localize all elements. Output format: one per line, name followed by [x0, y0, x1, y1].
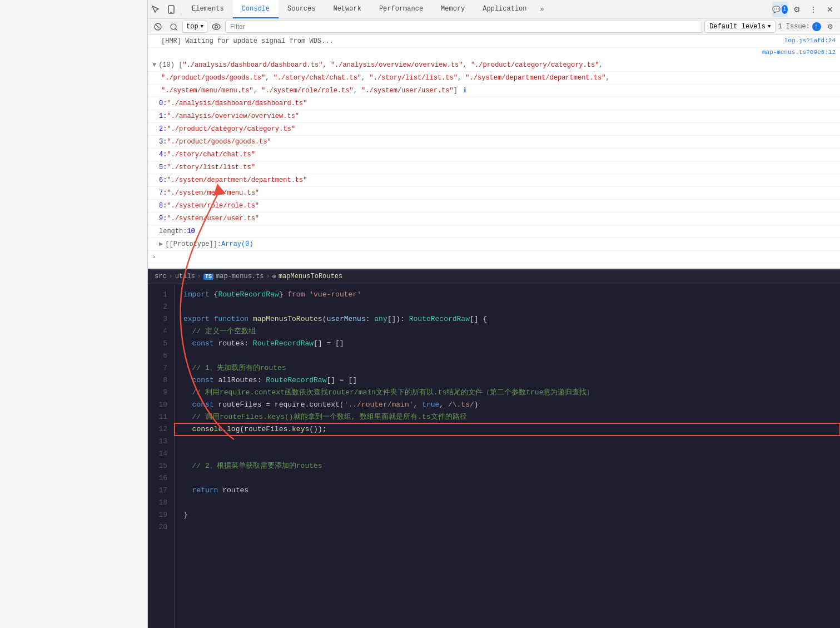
console-prompt[interactable]: › [148, 251, 840, 263]
breadcrumb-utils[interactable]: utils [175, 273, 195, 280]
console-settings-btn[interactable]: ⚙ [823, 20, 837, 33]
code-line-8: const allRoutes: RouteRecordRaw[] = [] [175, 374, 840, 387]
line-num-20: 20 [148, 521, 174, 533]
breadcrumb-filename[interactable]: map-menus.ts [216, 273, 264, 280]
map-source-link[interactable]: map-menus.ts?09e6:12 [758, 48, 836, 57]
code-line-4: // 定义一个空数组 [175, 325, 840, 338]
line-num-15: 15 [148, 460, 174, 472]
tab-elements[interactable]: Elements [183, 0, 233, 18]
array-header-line3: "./system/menu/menu.ts", "./system/role/… [148, 85, 840, 97]
line-num-6: 6 [148, 350, 174, 362]
array-item-0: 0: "./analysis/dashboard/dashboard.ts" [148, 97, 840, 110]
close-btn[interactable]: ✕ [822, 2, 838, 17]
line-num-16: 16 [148, 472, 174, 484]
code-line-12: console.log(routeFiles.keys()); [175, 423, 840, 436]
clear-console-btn[interactable] [151, 20, 165, 33]
line-num-1: 1 [148, 289, 174, 301]
svg-point-6 [212, 24, 220, 29]
line-num-5: 5 [148, 338, 174, 350]
settings-icon-btn[interactable]: ⚙ [789, 2, 804, 17]
code-line-1: import {RouteRecordRaw} from 'vue-router… [175, 289, 840, 301]
code-line-16 [175, 472, 840, 484]
array-header: (10) ["./analysis/dashboard/dashboard.ts… [158, 60, 836, 70]
svg-line-3 [156, 25, 160, 28]
code-breadcrumb: src › utils › TS map-menus.ts › ⊕ mapMen… [148, 270, 840, 284]
array-item-6: 6: "./system/department/department.ts" [148, 174, 840, 187]
array-item-4: 4: "./story/chat/chat.ts" [148, 149, 840, 161]
array-prototype[interactable]: ▶ [[Prototype]]: Array(0) [148, 238, 840, 251]
line-num-9: 9 [148, 387, 174, 399]
line-num-19: 19 [148, 509, 174, 521]
line-num-2: 2 [148, 301, 174, 313]
issue-count-badge: 1 [812, 22, 821, 31]
line-num-13: 13 [148, 436, 174, 448]
tab-bar: Elements Console Sources Network Perform… [148, 0, 840, 19]
console-output[interactable]: [HMR] Waiting for update signal from WDS… [148, 35, 840, 269]
code-line-19: } [175, 509, 840, 521]
map-source-line: map-menus.ts?09e6:12 [148, 48, 840, 59]
console-toolbar: top ▼ Default levels ▼ 1 Issue: 1 ⚙ [148, 19, 840, 35]
more-options-btn[interactable]: ⋮ [806, 2, 821, 17]
code-line-10: const routeFiles = require.context('../r… [175, 399, 840, 411]
eye-icon[interactable] [210, 20, 223, 33]
hmr-log-line: [HMR] Waiting for update signal from WDS… [148, 35, 840, 48]
tab-memory[interactable]: Memory [432, 0, 474, 18]
filter-btn[interactable] [167, 20, 180, 33]
message-icon-btn[interactable]: 💬 1 [772, 2, 788, 17]
tab-performance[interactable]: Performance [370, 0, 432, 18]
line-num-3: 3 [148, 313, 174, 325]
tab-network[interactable]: Network [324, 0, 370, 18]
line-num-8: 8 [148, 374, 174, 387]
code-line-2 [175, 301, 840, 313]
hmr-source-link[interactable]: log.js?1afd:24 [780, 36, 836, 46]
console-context-selector[interactable]: top ▼ [182, 21, 207, 33]
code-line-17: return routes [175, 484, 840, 497]
svg-point-7 [215, 26, 218, 28]
line-num-17: 17 [148, 484, 174, 497]
code-line-18 [175, 497, 840, 509]
breadcrumb-src[interactable]: src [155, 273, 167, 280]
devtools-right-icons: 💬 1 ⚙ ⋮ ✕ [772, 2, 840, 17]
message-badge: 1 [782, 5, 788, 14]
code-line-7: // 1、先加载所有的routes [175, 362, 840, 374]
code-panel: src › utils › TS map-menus.ts › ⊕ mapMen… [148, 269, 840, 628]
line-numbers: 1234567891011121314151617181920 [148, 284, 175, 628]
code-line-15: // 2、根据菜单获取需要添加的routes [175, 460, 840, 472]
tab-divider [181, 4, 181, 15]
tab-more[interactable]: » [536, 0, 549, 18]
line-num-12: 12 [148, 423, 174, 436]
log-icon-hmr [152, 36, 161, 37]
array-item-8: 8: "./system/role/role.ts" [148, 200, 840, 212]
line-num-10: 10 [148, 399, 174, 411]
line-num-18: 18 [148, 497, 174, 509]
array-item-2: 2: "./product/category/category.ts" [148, 123, 840, 136]
array-item-9: 9: "./system/user/user.ts" [148, 212, 840, 225]
prompt-arrow: › [152, 252, 161, 261]
array-item-3: 3: "./product/goods/goods.ts" [148, 136, 840, 149]
tab-console[interactable]: Console [233, 0, 279, 18]
filter-input[interactable] [225, 21, 702, 33]
code-line-14 [175, 448, 840, 460]
code-content[interactable]: 1234567891011121314151617181920 import {… [148, 284, 840, 628]
code-line-5: const routes: RouteRecordRaw[] = [] [175, 338, 840, 350]
line-num-14: 14 [148, 448, 174, 460]
breadcrumb-fn-icon: ⊕ [272, 273, 276, 281]
array-items: 0: "./analysis/dashboard/dashboard.ts" 1… [148, 97, 840, 251]
device-icon[interactable] [163, 2, 179, 17]
breadcrumb-fnname[interactable]: mapMenusToRoutes [279, 273, 342, 280]
code-line-9: // 利用require.context函数依次查找router/main文件夹… [175, 387, 840, 399]
svg-line-5 [176, 29, 177, 31]
tab-application[interactable]: Application [474, 0, 535, 18]
issue-badge[interactable]: 1 Issue: 1 [778, 22, 821, 31]
tab-sources[interactable]: Sources [279, 0, 324, 18]
code-line-6 [175, 350, 840, 362]
default-levels-selector[interactable]: Default levels ▼ [704, 21, 776, 33]
array-length: length: 10 [148, 225, 840, 238]
proto-expand-arrow[interactable]: ▶ [159, 239, 163, 249]
array-item-1: 1: "./analysis/overview/overview.ts" [148, 110, 840, 123]
array-collapse-arrow[interactable]: ▼ [152, 60, 156, 70]
code-line-20 [175, 521, 840, 533]
array-item-7: 7: "./system/menu/menu.ts" [148, 187, 840, 200]
code-lines: import {RouteRecordRaw} from 'vue-router… [175, 284, 840, 628]
inspect-icon[interactable] [148, 2, 163, 17]
